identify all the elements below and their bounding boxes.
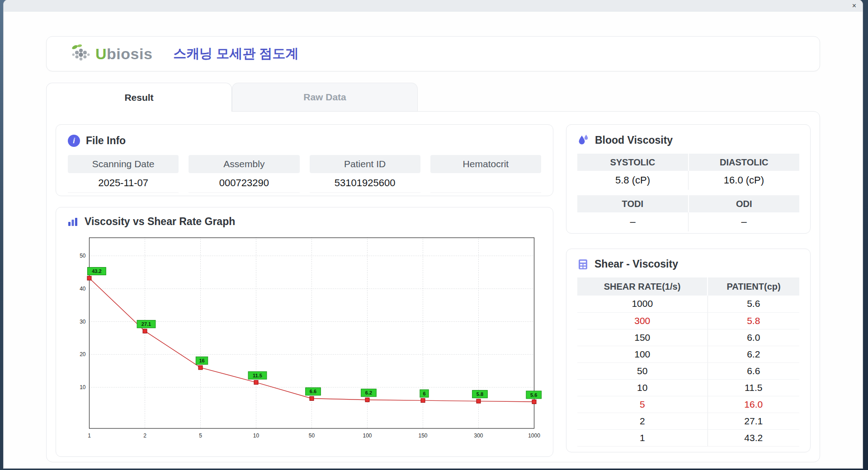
shear-viscosity-card: Shear - Viscosity SHEAR RATE(1/s)PATIENT…: [566, 249, 811, 452]
file-info-fields: Scanning Date2025-11-07Assembly000723290…: [68, 155, 541, 193]
bv-header: SYSTOLIC: [577, 154, 688, 171]
info-icon: [68, 135, 80, 147]
ubiosis-logo-icon: [70, 43, 92, 64]
shear-row: 10005.6: [577, 296, 799, 312]
svg-text:1: 1: [88, 432, 91, 439]
shear-table-header: SHEAR RATE(1/s)PATIENT(cp): [577, 277, 799, 296]
table-grid-icon: [577, 258, 589, 270]
file-info-title-text: File Info: [86, 135, 126, 147]
shear-rate-cell: 100: [577, 346, 708, 362]
desktop-background: ×: [0, 0, 868, 470]
app-window: ×: [4, 0, 863, 468]
file-info-field-assembly: Assembly000723290: [189, 155, 299, 193]
bv-group: TODIODI––: [577, 195, 799, 231]
file-info-field-patient-id: Patient ID53101925600: [310, 155, 420, 193]
shear-viscosity-table: SHEAR RATE(1/s)PATIENT(cp)10005.63005.81…: [577, 277, 799, 446]
shear-row: 506.6: [577, 362, 799, 379]
shear-rate-cell: 10: [577, 379, 708, 396]
bv-value: –: [688, 212, 799, 231]
svg-text:50: 50: [80, 253, 86, 259]
svg-text:30: 30: [80, 319, 86, 325]
blood-viscosity-table: SYSTOLICDIASTOLIC5.8 (cP)16.0 (cP)TODIOD…: [577, 154, 799, 231]
shear-rate-cell: 50: [577, 362, 708, 379]
shear-viscosity-title: Shear - Viscosity: [577, 258, 799, 270]
window-close-icon[interactable]: ×: [852, 2, 856, 9]
bar-chart-icon: [67, 216, 79, 228]
field-label: Patient ID: [310, 155, 420, 173]
svg-text:5.8: 5.8: [476, 391, 483, 397]
shear-rate-cell: 5: [577, 396, 708, 413]
field-value: 53101925600: [310, 173, 420, 193]
result-panel: File Info Scanning Date2025-11-07Assembl…: [46, 111, 820, 462]
shear-rate-cell: 150: [577, 329, 708, 346]
svg-text:11.5: 11.5: [253, 373, 262, 378]
app-title: 스캐닝 모세관 점도계: [173, 45, 298, 63]
shear-rate-cell: 1000: [577, 296, 708, 312]
file-info-field-hematocrit: Hematocrit: [430, 155, 541, 193]
shear-column-header: SHEAR RATE(1/s): [577, 277, 708, 296]
shear-row: 1011.5: [577, 379, 799, 396]
file-info-card: File Info Scanning Date2025-11-07Assembl…: [56, 124, 553, 196]
shear-rate-cell: 300: [577, 312, 708, 329]
field-label: Scanning Date: [68, 155, 179, 173]
svg-text:5: 5: [199, 432, 202, 439]
ubiosis-logo: Ubiosis: [70, 43, 152, 64]
svg-text:50: 50: [309, 432, 315, 439]
svg-text:2: 2: [143, 432, 146, 439]
patient-viscosity-cell: 5.8: [708, 312, 799, 329]
tab-result[interactable]: Result: [46, 83, 232, 112]
svg-text:27.1: 27.1: [142, 321, 151, 327]
svg-text:1000: 1000: [528, 432, 540, 439]
svg-text:6.6: 6.6: [310, 389, 316, 394]
svg-text:300: 300: [474, 432, 483, 439]
tab-bar: Result Raw Data: [46, 83, 820, 111]
file-info-title: File Info: [68, 135, 541, 147]
graph-card: Viscosity vs Shear Rate Graph 1020304050…: [56, 207, 553, 457]
svg-text:5.6: 5.6: [530, 392, 537, 398]
shear-row: 3005.8: [577, 312, 799, 329]
field-value: 000723290: [189, 173, 299, 193]
droplet-icon: [577, 134, 589, 146]
patient-viscosity-cell: 11.5: [708, 379, 799, 396]
right-column: Blood Viscosity SYSTOLICDIASTOLIC5.8 (cP…: [566, 124, 811, 458]
window-titlebar: ×: [4, 0, 863, 12]
blood-viscosity-title: Blood Viscosity: [577, 134, 799, 146]
patient-viscosity-cell: 6.6: [708, 362, 799, 379]
bv-header: DIASTOLIC: [688, 154, 800, 171]
page-content: Ubiosis 스캐닝 모세관 점도계 Result Raw Data File…: [4, 12, 863, 468]
shear-row: 227.1: [577, 413, 799, 429]
left-column: File Info Scanning Date2025-11-07Assembl…: [56, 124, 553, 458]
field-value: 2025-11-07: [68, 173, 179, 193]
patient-viscosity-cell: 6.0: [708, 329, 799, 346]
svg-text:16: 16: [199, 358, 204, 363]
tab-raw-data[interactable]: Raw Data: [232, 83, 418, 111]
svg-text:20: 20: [80, 351, 86, 357]
bv-value: 5.8 (cP): [577, 171, 688, 190]
graph-title-text: Viscosity vs Shear Rate Graph: [85, 216, 235, 228]
patient-viscosity-cell: 5.6: [708, 296, 799, 312]
graph-title: Viscosity vs Shear Rate Graph: [67, 216, 542, 228]
logo-wordmark: Ubiosis: [95, 45, 152, 63]
patient-viscosity-cell: 43.2: [708, 429, 799, 446]
shear-column-header: PATIENT(cp): [708, 277, 799, 296]
patient-viscosity-cell: 16.0: [708, 396, 799, 413]
shear-row: 143.2: [577, 429, 799, 446]
bv-group: SYSTOLICDIASTOLIC5.8 (cP)16.0 (cP): [577, 154, 799, 190]
blood-viscosity-title-text: Blood Viscosity: [595, 134, 673, 146]
app-header: Ubiosis 스캐닝 모세관 점도계: [46, 36, 820, 71]
field-value: [430, 173, 541, 193]
bv-value: –: [577, 212, 688, 231]
svg-text:6: 6: [423, 391, 425, 396]
svg-text:10: 10: [80, 384, 86, 390]
patient-viscosity-cell: 27.1: [708, 413, 799, 429]
patient-viscosity-cell: 6.2: [708, 346, 799, 362]
bv-header: TODI: [577, 195, 688, 212]
bv-value: 16.0 (cP): [688, 171, 799, 190]
file-info-field-scanning-date: Scanning Date2025-11-07: [68, 155, 179, 193]
svg-text:6.2: 6.2: [365, 390, 372, 395]
svg-text:100: 100: [363, 432, 372, 439]
svg-text:40: 40: [80, 286, 86, 292]
shear-row: 516.0: [577, 396, 799, 413]
svg-text:150: 150: [418, 432, 427, 439]
field-label: Hematocrit: [430, 155, 541, 173]
